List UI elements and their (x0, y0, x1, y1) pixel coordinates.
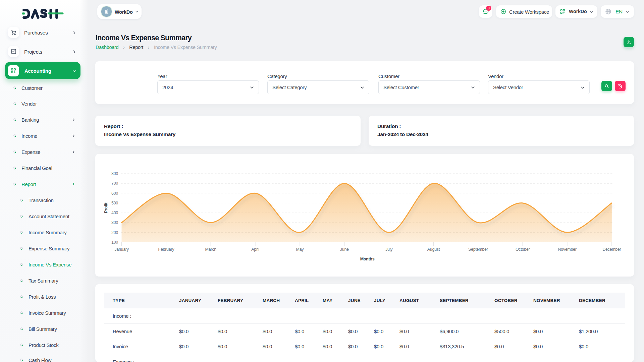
svg-text:February: February (158, 247, 175, 252)
svg-text:January: January (114, 247, 129, 252)
svg-text:600: 600 (111, 191, 118, 196)
svg-text:October: October (516, 247, 530, 252)
svg-text:800: 800 (111, 171, 118, 176)
svg-text:March: March (205, 247, 217, 252)
svg-text:200: 200 (111, 230, 118, 235)
svg-text:700: 700 (111, 181, 118, 186)
svg-text:Months: Months (360, 257, 375, 261)
svg-text:Profit: Profit (104, 202, 108, 213)
svg-text:December: December (602, 247, 621, 252)
svg-text:July: July (385, 247, 393, 252)
svg-text:August: August (427, 247, 440, 252)
svg-text:November: November (558, 247, 576, 252)
svg-text:300: 300 (111, 220, 118, 225)
svg-text:April: April (251, 247, 259, 252)
svg-text:September: September (468, 247, 488, 252)
svg-text:June: June (340, 247, 349, 252)
svg-text:100: 100 (111, 240, 118, 245)
svg-text:May: May (296, 247, 304, 252)
svg-text:400: 400 (111, 210, 118, 215)
svg-text:500: 500 (111, 201, 118, 205)
